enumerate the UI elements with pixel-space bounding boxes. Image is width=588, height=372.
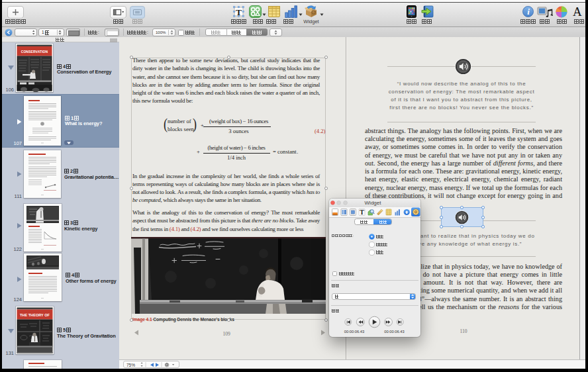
svg-text:i: i [527,7,530,17]
svg-text:CONSERVATION: CONSERVATION [21,50,48,54]
svg-text:THE THEORY OF: THE THEORY OF [20,313,50,317]
svg-text:Widget: Widget [365,200,382,206]
svg-text:T: T [360,209,364,216]
